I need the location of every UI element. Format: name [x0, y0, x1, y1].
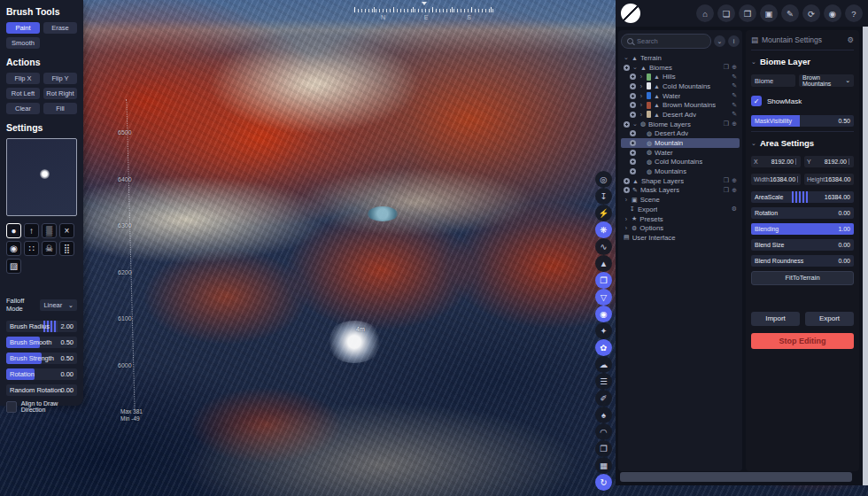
- rot-right-button[interactable]: Rot Right: [43, 88, 77, 99]
- visibility-eye-icon[interactable]: [630, 168, 636, 174]
- tree-row-cold-mountains-layer[interactable]: ◍ Cold Mountains: [621, 158, 740, 167]
- save-icon[interactable]: ▣: [760, 4, 778, 22]
- collapse-all-button[interactable]: ⌄: [714, 35, 725, 47]
- chevron-down-icon[interactable]: ⌄: [751, 140, 756, 147]
- fill-button[interactable]: Fill: [43, 103, 77, 114]
- info-button[interactable]: i: [728, 35, 740, 47]
- visibility-eye-icon[interactable]: [624, 65, 630, 71]
- chevron-right-icon[interactable]: ›: [639, 83, 644, 89]
- gear-icon[interactable]: ⚙: [847, 35, 854, 44]
- tree-row-biome-layers[interactable]: ⌄ ◍ Biome Layers ❒ ⊕: [621, 120, 740, 129]
- visibility-eye-icon[interactable]: [624, 187, 630, 193]
- import-button[interactable]: Import: [751, 312, 800, 326]
- mask-brush-icon[interactable]: ❋: [595, 221, 612, 238]
- visibility-eye-icon[interactable]: [630, 150, 636, 156]
- visibility-eye-icon[interactable]: [630, 93, 636, 99]
- tree-row-cold-mountains[interactable]: › ▲ Cold Mountains ✎: [621, 81, 740, 91]
- menu-icon[interactable]: ☰: [595, 373, 612, 390]
- folder-icon[interactable]: ❒: [724, 187, 729, 194]
- chevron-right-icon[interactable]: ›: [624, 216, 629, 222]
- smooth-button[interactable]: Smooth: [6, 37, 40, 49]
- visibility-eye-icon[interactable]: [630, 130, 636, 136]
- blend-roundness-slider[interactable]: Blend Roundness 0.00: [751, 255, 854, 267]
- brush-shape-lines[interactable]: ▨: [6, 259, 21, 274]
- tree-row-brown-mountains[interactable]: › ▲ Brown Mountains ✎: [621, 100, 740, 110]
- chevron-down-icon[interactable]: ⌄: [624, 54, 629, 61]
- area-scale-slider[interactable]: AreaScale 16384.00: [751, 191, 854, 203]
- erosion-icon[interactable]: ∿: [595, 238, 612, 255]
- brush-shape-grid[interactable]: ⣿: [59, 241, 74, 256]
- brush-icon[interactable]: ✎: [732, 111, 737, 118]
- flip-x-button[interactable]: Flip X: [6, 73, 40, 84]
- showmask-checkbox[interactable]: ✓: [751, 96, 762, 106]
- rotation-slider[interactable]: Rotation 0.00: [751, 207, 854, 219]
- folder-icon[interactable]: ❒: [724, 64, 729, 71]
- visibility-eye-icon[interactable]: [630, 83, 636, 89]
- chevron-down-icon[interactable]: ⌄: [632, 120, 638, 128]
- tree-row-desert-adv-biome[interactable]: › ▲ Desert Adv ✎: [621, 110, 740, 120]
- biome-select[interactable]: Brown Mountains ⌄: [799, 74, 854, 87]
- cloud-icon[interactable]: ☁: [595, 356, 612, 373]
- brush-icon[interactable]: ✎: [732, 102, 737, 109]
- x-field[interactable]: X 8192.00: [751, 156, 801, 167]
- filter-icon[interactable]: ▽: [595, 289, 612, 306]
- mask-visibility-slider[interactable]: MaskVisibility 0.50: [751, 115, 854, 127]
- brush-shape-skull[interactable]: ☠: [42, 241, 57, 256]
- tree-row-scene[interactable]: › ▣ Scene: [621, 195, 740, 205]
- chevron-right-icon[interactable]: ›: [639, 112, 644, 118]
- home-icon[interactable]: ⌂: [696, 4, 714, 22]
- add-icon[interactable]: ⊕: [732, 64, 737, 71]
- brush-shape-scatter[interactable]: ∷: [24, 241, 39, 256]
- open-folder-icon[interactable]: ❒: [739, 4, 756, 22]
- vertical-scrollbar[interactable]: [863, 27, 868, 485]
- chevron-right-icon[interactable]: ›: [639, 93, 644, 99]
- tree-row-options[interactable]: › ⚙ Options: [621, 223, 740, 233]
- export-icon[interactable]: ↧: [595, 188, 612, 205]
- visibility-eye-icon[interactable]: [630, 102, 636, 108]
- visibility-eye-icon[interactable]: [624, 121, 630, 128]
- rotate-icon[interactable]: ↻: [595, 474, 612, 491]
- effects-icon[interactable]: ✦: [595, 322, 612, 339]
- brush-smooth-slider[interactable]: Brush Smooth 0.50: [6, 337, 77, 348]
- add-icon[interactable]: ⊕: [732, 120, 737, 128]
- brush-shape-radial[interactable]: ◉: [6, 241, 21, 256]
- tree-row-terrain[interactable]: ⌄ ▲ Terrain: [621, 53, 740, 63]
- folder-icon[interactable]: ❒: [724, 177, 729, 184]
- tree-row-mask-layers[interactable]: ✎ Mask Layers ❒ ⊕: [621, 186, 740, 196]
- chevron-right-icon[interactable]: ›: [624, 197, 629, 203]
- lightning-icon[interactable]: ⚡: [595, 205, 612, 221]
- visibility-eye-icon[interactable]: [624, 178, 630, 184]
- chevron-down-icon[interactable]: ⌄: [632, 64, 638, 71]
- stats-icon[interactable]: ▦: [595, 457, 612, 474]
- gizmo-target-icon[interactable]: ◎: [595, 171, 612, 188]
- tree-row-desert-adv-layer[interactable]: ◍ Desert Adv: [621, 129, 740, 139]
- y-field[interactable]: Y 8192.00: [804, 156, 854, 167]
- sync-icon[interactable]: ⟳: [802, 4, 820, 22]
- spray-icon[interactable]: ✐: [595, 390, 612, 407]
- drag-grip-icon[interactable]: [795, 159, 798, 165]
- blend-size-slider[interactable]: Blend Size 0.00: [751, 239, 854, 251]
- drag-grip-icon[interactable]: [797, 176, 798, 182]
- tree-row-mountains-layer[interactable]: ◍ Mountains: [621, 167, 740, 176]
- tree-row-hills[interactable]: › ▲ Hills ✎: [621, 72, 740, 81]
- tree-icon[interactable]: ♠: [595, 407, 612, 423]
- chevron-down-icon[interactable]: ⌄: [751, 58, 756, 66]
- screenshot-icon[interactable]: ◉: [824, 4, 841, 22]
- help-icon[interactable]: ?: [845, 4, 863, 22]
- rotation-slider[interactable]: Rotation 0.00: [6, 368, 77, 380]
- chevron-right-icon[interactable]: ›: [639, 102, 644, 108]
- tree-row-mountain-layer-selected[interactable]: ◍ Mountain: [621, 138, 740, 148]
- chevron-right-icon[interactable]: ›: [639, 74, 644, 80]
- tree-row-biomes[interactable]: ⌄ ▲ Biomes ❒ ⊕: [621, 63, 740, 73]
- visibility-eye-icon[interactable]: [630, 112, 636, 118]
- visibility-eye-icon[interactable]: [630, 159, 636, 165]
- brush-icon[interactable]: ✎: [732, 74, 737, 81]
- tree-row-user-interface[interactable]: ▤ User Interface: [621, 233, 740, 243]
- align-draw-direction-checkbox[interactable]: [6, 401, 17, 413]
- paint-button[interactable]: Paint: [6, 22, 40, 34]
- tree-row-export[interactable]: ↧ Export ⚙: [621, 205, 740, 214]
- brush-shape-arrow[interactable]: ↑: [24, 223, 39, 238]
- erase-button[interactable]: Erase: [43, 22, 77, 34]
- brush-radius-slider[interactable]: Brush Radius 2.00: [6, 321, 77, 332]
- fit-to-terrain-button[interactable]: FitToTerrain: [751, 271, 854, 285]
